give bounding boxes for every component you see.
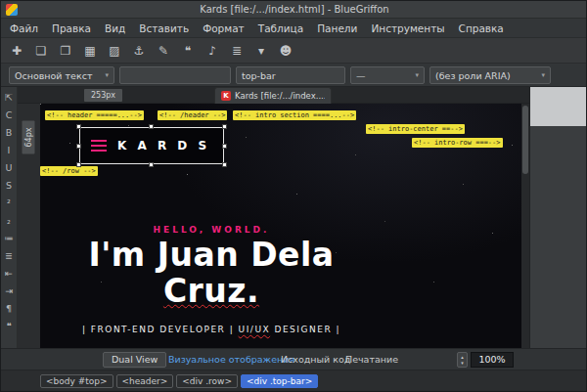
- add-icon[interactable]: ✚: [9, 44, 24, 58]
- strikethrough-icon[interactable]: S: [1, 177, 18, 195]
- document-tab[interactable]: K Kards [file:/.../index....: [214, 87, 332, 104]
- emoji-icon[interactable]: ☻: [278, 44, 294, 58]
- chevron-down-icon: ▾: [537, 71, 545, 79]
- title-bar: Kards [file:/.../index.html] - BlueGriff…: [1, 1, 587, 19]
- menu-view[interactable]: Вид: [98, 19, 132, 38]
- menu-tools[interactable]: Инструменты: [364, 19, 451, 38]
- hamburger-menu-icon[interactable]: [91, 140, 107, 152]
- paragraph-icon[interactable]: ¶: [1, 300, 18, 318]
- selection-handle[interactable]: [76, 124, 81, 129]
- blockquote-icon[interactable]: ❝: [1, 318, 18, 335]
- breadcrumb-body[interactable]: <body #top>: [40, 374, 113, 388]
- anchor-icon[interactable]: ⚓: [131, 44, 147, 58]
- menu-format[interactable]: Формат: [196, 19, 251, 38]
- selection-handle[interactable]: [222, 144, 227, 149]
- source-mode-tab[interactable]: Исходный код: [281, 354, 350, 365]
- class-field-value: top-bar: [242, 70, 276, 81]
- quote-icon[interactable]: ❝: [180, 44, 196, 58]
- subscript-icon[interactable]: ₂: [1, 212, 18, 230]
- bold-icon[interactable]: B: [1, 124, 18, 142]
- visual-mode-tab[interactable]: Визуальное отображения: [168, 354, 294, 365]
- intro-subtitle[interactable]: | FRONT-END DEVELOPER | UI/UX DESIGNER |: [40, 325, 383, 334]
- heading-line2: Cruz.: [163, 272, 259, 310]
- list-icon[interactable]: ≣: [229, 44, 245, 58]
- menu-bar: Файл Правка Вид Вставить Формат Таблица …: [1, 19, 587, 38]
- html-comment-marker[interactable]: <!-- intro section ====...-->: [233, 110, 356, 120]
- ruler-height-label: 64px: [23, 121, 35, 154]
- subtitle-left: | FRONT-END DEVELOPER |: [82, 325, 239, 334]
- zoom-level-field[interactable]: 100%: [471, 352, 514, 368]
- html-comment-marker[interactable]: <!-- intro-row ===-->: [412, 138, 503, 148]
- format-bar: Основной текст ▾ top-bar — ▾ (без роли A…: [1, 64, 587, 87]
- language-select[interactable]: — ▾: [350, 66, 425, 84]
- editor-canvas[interactable]: <!-- header =====...--> <!-- /header -->…: [40, 104, 521, 348]
- tab-favicon: K: [221, 91, 231, 101]
- scrollbar-thumb[interactable]: [522, 106, 528, 174]
- subtitle-right: DESIGNER |: [270, 325, 340, 334]
- zoom-stepper[interactable]: ▴ ▾: [457, 352, 468, 368]
- breadcrumb-div-row[interactable]: <div .row>: [176, 374, 238, 388]
- hello-world-text[interactable]: HELLO, WORLD.: [40, 225, 383, 235]
- heading-line1: I'm Juan Dela: [88, 236, 334, 274]
- link-icon[interactable]: ✎: [156, 44, 171, 58]
- html-comment-marker[interactable]: <!-- header =====...-->: [45, 110, 144, 120]
- outdent-icon[interactable]: ⇤: [1, 265, 18, 283]
- italic-icon[interactable]: I: [1, 142, 18, 159]
- chevron-down-icon: ▾: [411, 71, 419, 79]
- starfield-background: [40, 104, 41, 105]
- window-title: Kards [file:/.../index.html] - BlueGriff…: [200, 4, 388, 15]
- menu-panels[interactable]: Панели: [310, 19, 364, 38]
- html-comment-marker[interactable]: <!-- /header -->: [158, 110, 227, 120]
- copy-format-icon[interactable]: C: [1, 107, 18, 124]
- menu-edit[interactable]: Правка: [45, 19, 98, 38]
- underline-icon[interactable]: U: [1, 159, 18, 177]
- site-logo-block[interactable]: K A R D S: [79, 127, 224, 164]
- indent-icon[interactable]: ⇥: [1, 283, 18, 300]
- selection-tool-icon[interactable]: ⇱: [1, 89, 18, 107]
- main-toolbar: ✚ ❏ ❐ ▦ ▨ ⚓ ✎ ❝ ♪ ≣ ▾ ☻: [1, 38, 587, 64]
- format-toolbar-vertical: ⇱ C B I U S ² ₂ ≔ ≣ ⇤ ⇥ ¶ ❝: [1, 87, 18, 348]
- ordered-list-icon[interactable]: ≣: [1, 247, 18, 265]
- html-comment-marker[interactable]: <!-- /row -->: [40, 166, 98, 176]
- menu-insert[interactable]: Вставить: [132, 19, 196, 38]
- bluegriffon-window: Kards [file:/.../index.html] - BlueGriff…: [0, 0, 587, 392]
- breadcrumb-header[interactable]: <header>: [116, 374, 174, 388]
- superscript-icon[interactable]: ²: [1, 195, 18, 212]
- editor-scrollbar[interactable]: [521, 104, 529, 348]
- selection-handle[interactable]: [222, 162, 227, 167]
- intro-heading[interactable]: I'm Juan Dela Cruz.: [40, 237, 383, 309]
- breadcrumb-div-top-bar[interactable]: <div .top-bar>: [241, 374, 318, 388]
- selection-handle[interactable]: [149, 124, 154, 129]
- chevron-down-icon: ▾: [101, 71, 109, 79]
- id-field[interactable]: [119, 66, 231, 84]
- paragraph-format-select[interactable]: Основной текст ▾: [9, 66, 114, 84]
- selection-handle[interactable]: [149, 162, 154, 167]
- html-comment-marker[interactable]: <!-- intro-center ==-->: [366, 124, 465, 134]
- duplicate-document-icon[interactable]: ❐: [58, 44, 73, 58]
- more-dropdown-icon[interactable]: ▾: [253, 44, 269, 58]
- dual-view-button[interactable]: Dual View: [103, 352, 166, 368]
- side-panel-top: [529, 87, 587, 126]
- class-field[interactable]: top-bar: [236, 66, 345, 84]
- table-icon[interactable]: ▦: [82, 44, 98, 58]
- status-bar: <body #top> <header> <div .row> <div .to…: [1, 370, 587, 392]
- new-document-icon[interactable]: ❏: [33, 44, 49, 58]
- aria-role-select[interactable]: (без роли ARIA) ▾: [429, 66, 551, 84]
- selection-handle[interactable]: [222, 124, 227, 129]
- unordered-list-icon[interactable]: ≔: [1, 230, 18, 247]
- selected-element-topbar[interactable]: K A R D S: [79, 127, 224, 164]
- print-mode-tab[interactable]: Печатание: [345, 354, 398, 365]
- side-panel-bottom: [529, 126, 587, 348]
- tab-label: Kards [file:/.../index....: [235, 91, 325, 101]
- selection-handle[interactable]: [76, 162, 81, 167]
- audio-icon[interactable]: ♪: [204, 44, 220, 58]
- language-value: —: [356, 70, 366, 81]
- paragraph-format-value: Основной текст: [15, 70, 92, 81]
- menu-table[interactable]: Таблица: [251, 19, 310, 38]
- selection-handle[interactable]: [76, 144, 81, 149]
- spinner-down-icon[interactable]: ▾: [461, 360, 464, 366]
- menu-help[interactable]: Справка: [452, 19, 511, 38]
- brand-logo-text: K A R D S: [117, 139, 210, 152]
- menu-file[interactable]: Файл: [3, 19, 45, 38]
- image-icon[interactable]: ▨: [107, 44, 122, 58]
